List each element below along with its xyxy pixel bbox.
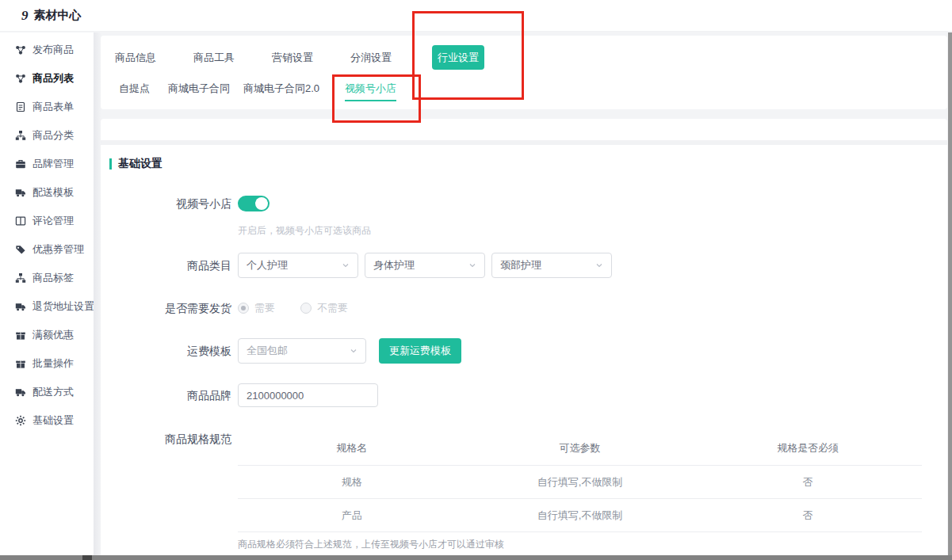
sidebar-item-label: 满额优惠: [32, 328, 74, 342]
spec-table-header-name: 规格名: [238, 432, 466, 466]
form-row-category: 商品类目 个人护理 身体护理 颈部护理: [101, 253, 947, 278]
horizontal-scrollbar[interactable]: [0, 555, 952, 560]
sidebar-item-label: 评论管理: [32, 214, 74, 228]
gear-icon: [15, 415, 26, 426]
primary-tabs: 商品信息 商品工具 营销设置 分润设置 行业设置: [101, 45, 947, 70]
sidebar-item-delivery-method[interactable]: 配送方式: [0, 378, 94, 406]
section-title: 基础设置: [118, 157, 162, 171]
sidebar-item-basic-settings[interactable]: 基础设置: [0, 406, 94, 435]
gift-icon: [15, 358, 26, 369]
delivery-required-label: 是否需要发货: [101, 300, 231, 316]
sidebar: 发布商品 商品列表 商品表单 商品分类 品牌管理 配送模板 评论管理 优惠券管: [0, 32, 94, 555]
logo-icon: 9: [21, 9, 29, 22]
card-divider: [101, 140, 947, 145]
category-select-level2-value: 身体护理: [373, 258, 415, 272]
spec-table: 规格名 可选参数 规格是否必须 规格 自行填写,不做限制 否 产品 自行填写,不…: [238, 432, 922, 532]
spec-table-header-required: 规格是否必须: [694, 432, 922, 466]
sidebar-item-batch-operations[interactable]: 批量操作: [0, 349, 94, 378]
sitemap-icon: [15, 272, 26, 284]
sidebar-item-label: 商品表单: [32, 100, 74, 114]
tab-mall-econtract[interactable]: 商城电子合同: [168, 78, 230, 100]
scrollbar-notch: [82, 555, 92, 560]
category-select-level3-value: 颈部护理: [500, 258, 541, 272]
spec-cell-required: 否: [694, 499, 922, 532]
spec-label: 商品规格规范: [101, 432, 231, 446]
spec-cell-name: 产品: [238, 499, 466, 532]
sitemap-icon: [15, 130, 26, 141]
radio-option-no-need[interactable]: 不需要: [300, 300, 348, 316]
sidebar-item-delivery-template[interactable]: 配送模板: [0, 178, 94, 207]
brand-input[interactable]: [238, 383, 378, 407]
sidebar-item-label: 配送方式: [32, 385, 74, 399]
tab-profit-settings[interactable]: 分润设置: [350, 45, 392, 70]
chevron-down-icon: [342, 261, 350, 269]
truck-icon: [15, 301, 26, 312]
sidebar-item-label: 商品列表: [32, 71, 74, 86]
sidebar-menu: 发布商品 商品列表 商品表单 商品分类 品牌管理 配送模板 评论管理 优惠券管: [0, 32, 94, 435]
truck-icon: [15, 387, 26, 398]
sidebar-item-brand-management[interactable]: 品牌管理: [0, 150, 94, 178]
tag-icon: [15, 244, 26, 255]
spec-table-header-row: 规格名 可选参数 规格是否必须: [238, 432, 922, 466]
radio-option-need[interactable]: 需要: [238, 300, 275, 316]
vertical-scrollbar[interactable]: [948, 32, 952, 555]
sidebar-item-full-discount[interactable]: 满额优惠: [0, 321, 94, 349]
annotation-box-video-shop: [332, 74, 421, 123]
sidebar-item-publish-product[interactable]: 发布商品: [0, 36, 94, 64]
tab-mall-econtract-2[interactable]: 商城电子合同2.0: [243, 78, 319, 100]
radio-icon: [238, 303, 249, 314]
radio-icon: [300, 303, 312, 314]
update-freight-template-button[interactable]: 更新运费模板: [379, 338, 461, 364]
radio-option-need-label: 需要: [254, 300, 275, 316]
spec-table-header-params: 可选参数: [466, 432, 694, 466]
sidebar-item-product-tags[interactable]: 商品标签: [0, 264, 94, 292]
chevron-down-icon: [595, 261, 603, 269]
spec-cell-name: 规格: [238, 466, 466, 499]
sidebar-item-label: 配送模板: [32, 185, 74, 200]
chevron-down-icon: [350, 347, 357, 355]
spec-cell-required: 否: [694, 466, 922, 499]
truck-icon: [15, 187, 26, 198]
radio-option-no-need-label: 不需要: [317, 300, 348, 316]
section-accent-bar: [109, 158, 112, 170]
sidebar-item-label: 商品分类: [32, 128, 74, 143]
content-card: 基础设置 视频号小店 开启后，视频号小店可选该商品 商品类目 个人护理 身体护理…: [101, 119, 947, 555]
tab-marketing-settings[interactable]: 营销设置: [272, 45, 313, 70]
tab-pickup-point[interactable]: 自提点: [119, 78, 150, 100]
sidebar-item-coupon-management[interactable]: 优惠券管理: [0, 235, 94, 264]
sidebar-item-product-category[interactable]: 商品分类: [0, 121, 94, 150]
category-select-level3[interactable]: 颈部护理: [491, 253, 612, 278]
form-row-spec: 商品规格规范 规格名 可选参数 规格是否必须 规格 自行填写,不做限制 否: [101, 432, 947, 551]
tab-product-tools[interactable]: 商品工具: [193, 45, 235, 70]
sidebar-item-label: 商品标签: [32, 271, 74, 285]
spec-cell-params: 自行填写,不做限制: [466, 499, 694, 532]
category-select-level2[interactable]: 身体护理: [365, 253, 485, 278]
sidebar-item-label: 批量操作: [32, 356, 74, 371]
secondary-tabs: 自提点 商城电子合同 商城电子合同2.0 视频号小店: [101, 78, 947, 101]
sidebar-item-label: 基础设置: [32, 413, 74, 428]
sidebar-item-label: 优惠券管理: [32, 242, 84, 257]
video-shop-toggle[interactable]: [238, 196, 270, 211]
share-nodes-icon: [15, 44, 26, 55]
toggle-knob: [255, 197, 268, 210]
tab-product-info[interactable]: 商品信息: [115, 45, 156, 70]
spec-note: 商品规格必须符合上述规范，上传至视频号小店才可以通过审核: [238, 538, 922, 551]
freight-template-select[interactable]: 全国包邮: [238, 338, 366, 364]
sidebar-item-label: 发布商品: [32, 43, 74, 57]
form-row-video-shop: 视频号小店: [101, 191, 947, 216]
sidebar-item-product-form[interactable]: 商品表单: [0, 93, 94, 121]
app-title: 素材中心: [34, 8, 82, 23]
sidebar-item-label: 退货地址设置: [32, 299, 94, 314]
tabs-card: 商品信息 商品工具 营销设置 分润设置 行业设置 自提点 商城电子合同 商城电子…: [101, 36, 947, 109]
category-select-level1[interactable]: 个人护理: [238, 253, 358, 278]
sidebar-item-return-address-settings[interactable]: 退货地址设置: [0, 292, 94, 321]
spec-table-row: 规格 自行填写,不做限制 否: [238, 466, 922, 499]
category-select-level1-value: 个人护理: [247, 258, 288, 272]
document-icon: [15, 101, 26, 112]
freight-template-value: 全国包邮: [247, 344, 288, 358]
form-row-brand: 商品品牌: [101, 383, 947, 408]
sidebar-item-product-list[interactable]: 商品列表: [0, 64, 94, 93]
annotation-box-industry-settings: [412, 11, 524, 100]
video-shop-label: 视频号小店: [101, 191, 231, 216]
sidebar-item-comment-management[interactable]: 评论管理: [0, 207, 94, 235]
